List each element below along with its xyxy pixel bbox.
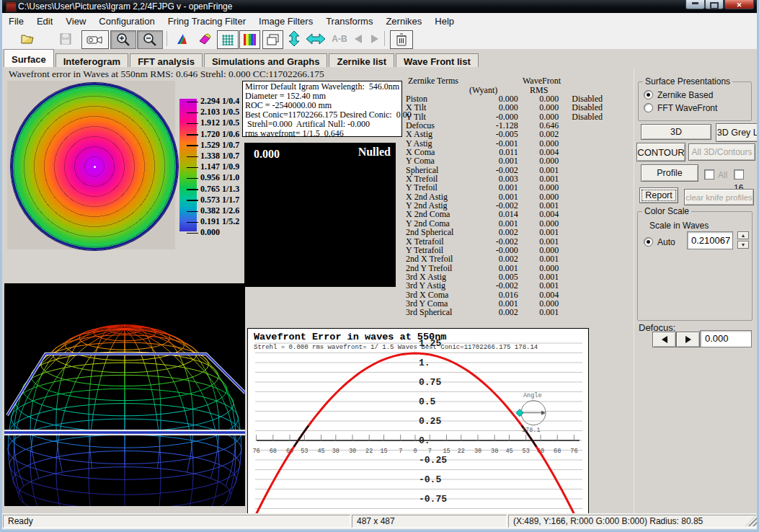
- rainbow-brush-icon: [174, 32, 189, 45]
- defocus-left-button[interactable]: [652, 332, 676, 347]
- menu-item-file[interactable]: File: [2, 14, 30, 28]
- color-brush-button[interactable]: [172, 30, 191, 48]
- all-3d-contours-button[interactable]: All 3D/Contours: [688, 143, 755, 161]
- next-button[interactable]: [367, 30, 381, 48]
- color-scale-tick: [187, 145, 198, 146]
- zoom-out-button[interactable]: [137, 30, 163, 49]
- x-tick-label: 53: [523, 448, 530, 455]
- auto-scale-radio[interactable]: Auto: [644, 235, 675, 248]
- camera-button[interactable]: [81, 30, 109, 49]
- zernike-rms: 0.002: [518, 130, 559, 138]
- color-scale-tick: [187, 102, 198, 103]
- report-button[interactable]: Report: [639, 187, 678, 203]
- radio-label: Zernike Based: [657, 90, 713, 100]
- menu-bar: FileEditViewConfigurationFring Tracing F…: [2, 13, 757, 30]
- surface-presentations-group: Surface Presentations Zernike Based FFT …: [638, 81, 752, 121]
- zernike-status: [559, 174, 635, 183]
- zernike-rms: 0.000: [518, 156, 559, 165]
- open-file-button[interactable]: [19, 30, 37, 48]
- contour-label: CONTOUR: [637, 147, 684, 158]
- menu-item-transforms[interactable]: Transforms: [319, 14, 379, 28]
- zernike-row: X 2nd Coma0.0140.004: [406, 210, 635, 218]
- info-line: Strehl=0.000 Artifical Null: -0.000: [245, 120, 399, 129]
- radio-fft-wavefront[interactable]: FFT WaveFront: [644, 101, 717, 114]
- maximize-button[interactable]: [705, 0, 724, 9]
- color-bars-button[interactable]: [239, 30, 260, 49]
- profile-button[interactable]: Profile: [641, 164, 698, 182]
- zernike-status: [559, 183, 635, 192]
- angle-label: Angle: [523, 392, 542, 399]
- zoom-out-icon: [143, 32, 157, 47]
- right-arrow-icon: [685, 336, 691, 343]
- scale-spin-up-button[interactable]: ▲: [737, 231, 749, 239]
- x-tick-label: 30: [474, 448, 481, 455]
- grid-button[interactable]: [217, 30, 239, 49]
- scale-value-input[interactable]: 0.210067: [687, 231, 733, 249]
- menu-item-view[interactable]: View: [59, 14, 92, 28]
- 3d-button[interactable]: 3D: [641, 124, 711, 140]
- mirror-info-box: Mirror Default Igram Wavelength: 546.0nm…: [242, 81, 402, 137]
- x-tick-label: 15: [443, 448, 450, 455]
- zernike-name: 2nd X Trefoil: [406, 254, 483, 263]
- wavefront-color-map: [11, 83, 178, 250]
- color-scale-label: 1.720 1/0.6: [200, 129, 239, 139]
- null-test-panel[interactable]: 0.000 Nulled: [244, 143, 396, 287]
- wavefront-map-panel[interactable]: [7, 81, 175, 249]
- zernike-wyant: -0.002: [483, 281, 518, 290]
- flip-vertical-button[interactable]: [285, 30, 303, 48]
- x-tick-label: 68: [270, 448, 277, 455]
- defocus-right-button[interactable]: [676, 332, 700, 347]
- delete-button[interactable]: [390, 30, 413, 49]
- zernike-name: X Tilt: [406, 103, 483, 112]
- window-bottom-border: [2, 529, 757, 532]
- trash-icon: [396, 33, 407, 46]
- zernike-status: Disabled: [559, 103, 635, 112]
- clear-knife-profiles-button[interactable]: clear knife profiles: [684, 189, 754, 205]
- menu-item-fring-tracing-filter[interactable]: Fring Tracing Filter: [161, 14, 252, 28]
- close-button[interactable]: ✕: [724, 0, 754, 9]
- tab-strip: SurfaceInteferogramFFT analysisSimulatio…: [2, 49, 757, 67]
- zernike-rms: 0.001: [518, 281, 559, 290]
- radio-icon: [644, 237, 653, 247]
- menu-item-help[interactable]: Help: [428, 14, 461, 28]
- contour-button[interactable]: CONTOUR: [636, 143, 685, 161]
- save-button[interactable]: [57, 30, 74, 48]
- ab-compare-button[interactable]: A-B: [330, 30, 349, 48]
- color-scale-label: 2.294 1/0.4: [200, 96, 239, 106]
- zernike-wyant: 0.001: [483, 183, 518, 192]
- x-tick-label: 22: [365, 448, 373, 455]
- scale-spin-down-button[interactable]: ▼: [737, 241, 749, 249]
- map-center-dot: [94, 166, 96, 168]
- title-bar[interactable]: C:\Users\User\Pictures\Igram 2,2/4FJPG v…: [2, 0, 757, 13]
- previous-button[interactable]: [351, 30, 365, 48]
- menu-item-image-filters[interactable]: Image Filters: [252, 14, 319, 28]
- menu-item-configuration[interactable]: Configuration: [92, 14, 161, 28]
- surface-3d-plot[interactable]: [4, 283, 245, 506]
- minimize-button[interactable]: [685, 0, 705, 9]
- zernike-name: X Tetrafoil: [406, 237, 483, 246]
- eraser-button[interactable]: [195, 30, 214, 48]
- zernike-wyant: 0.002: [483, 254, 518, 263]
- menu-item-zernikes[interactable]: Zernikes: [379, 14, 428, 28]
- color-scale-entry: 2.103 1/0.5: [187, 107, 239, 118]
- flip-horizontal-button[interactable]: [305, 30, 327, 48]
- menu-item-edit[interactable]: Edit: [30, 14, 59, 28]
- defocus-value-input[interactable]: 0.000: [700, 330, 752, 347]
- open-folder-icon: [21, 33, 35, 45]
- color-scale-tick: [187, 222, 198, 223]
- radio-zernike-based[interactable]: Zernike Based: [644, 88, 713, 101]
- color-scale-entry: 1.147 1/0.9: [187, 161, 239, 172]
- zernike-wyant: -0.005: [483, 130, 518, 138]
- new-window-button[interactable]: [262, 30, 283, 49]
- zernike-status: Disabled: [559, 112, 635, 121]
- null-label: Nulled: [358, 146, 391, 159]
- all-checkbox[interactable]: All: [704, 168, 727, 181]
- color-scale-tick: [187, 156, 198, 158]
- color-scale-entry: 0.573 1/1.7: [187, 195, 239, 205]
- surface-tab-content: Wavefront error in Waves at 550nm RMS: 0…: [2, 67, 757, 513]
- tab-surface[interactable]: Surface: [4, 49, 54, 68]
- 3d-grey-limit-button[interactable]: 3D Grey Limit: [716, 123, 759, 142]
- color-scale-tick: [187, 189, 198, 190]
- wavefront-profile-chart[interactable]: 7668605345383022157071522303845536068761…: [247, 328, 589, 514]
- zoom-in-button[interactable]: [110, 30, 136, 49]
